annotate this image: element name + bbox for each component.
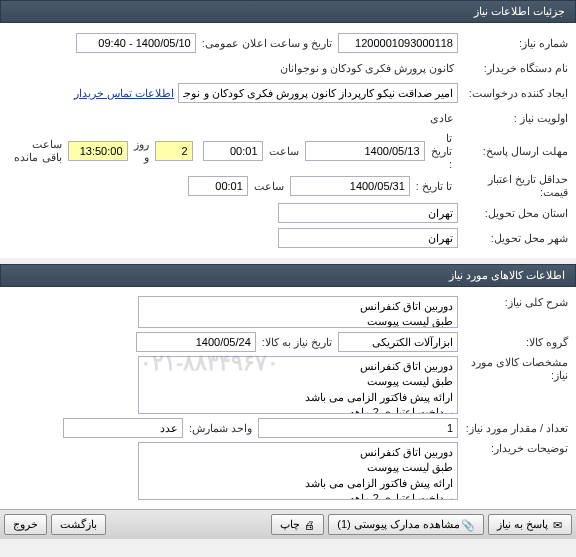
goods-group-field xyxy=(338,332,458,352)
province-field xyxy=(278,203,458,223)
buyer-org-value: کانون پرورش فکری کودکان و نوجوانان xyxy=(276,62,458,75)
label-need-by-date: تاریخ نیاز به کالا: xyxy=(256,336,338,349)
label-qty: تعداد / مقدار مورد نیاز: xyxy=(458,422,568,435)
attachment-icon: 📎 xyxy=(463,519,475,531)
qty-field xyxy=(258,418,458,438)
label-buyer-notes: توضیحات خریدار: xyxy=(458,442,568,455)
label-hour-1: ساعت xyxy=(263,145,305,158)
buyer-notes-field[interactable] xyxy=(138,442,458,500)
label-goods-spec: مشخصات کالای مورد نیاز: xyxy=(458,356,568,382)
city-field xyxy=(278,228,458,248)
need-by-date-field xyxy=(136,332,256,352)
label-buyer-org: نام دستگاه خریدار: xyxy=(458,62,568,75)
print-icon: 🖨 xyxy=(303,519,315,531)
days-remain-field xyxy=(155,141,193,161)
label-day-and: روز و xyxy=(128,138,155,164)
print-button[interactable]: 🖨 چاپ xyxy=(271,514,324,535)
exit-button[interactable]: خروج xyxy=(4,514,47,535)
label-request-creator: ایجاد کننده درخواست: xyxy=(458,87,568,100)
label-announce-dt: تاریخ و ساعت اعلان عمومی: xyxy=(196,37,338,50)
reply-date-field xyxy=(305,141,425,161)
label-price-valid: حداقل تاریخ اعتبار قیمت: xyxy=(458,173,568,199)
label-province: استان محل تحویل: xyxy=(458,207,568,220)
goods-spec-field[interactable] xyxy=(138,356,458,414)
attachments-button-label: مشاهده مدارک پیوستی (1) xyxy=(337,518,460,531)
print-button-label: چاپ xyxy=(280,518,300,531)
unit-field xyxy=(63,418,183,438)
back-button[interactable]: بازگشت xyxy=(51,514,106,535)
panel-header-goods: اطلاعات کالاهای مورد نیاز xyxy=(0,264,576,287)
back-button-label: بازگشت xyxy=(60,518,97,531)
announce-dt-field xyxy=(76,33,196,53)
reply-hour-field xyxy=(203,141,263,161)
label-priority: اولویت نیاز : xyxy=(458,112,568,125)
label-to-date-2: تا تاریخ : xyxy=(410,180,458,193)
footer-toolbar: ✉ پاسخ به نیاز 📎 مشاهده مدارک پیوستی (1)… xyxy=(0,509,576,539)
form-goods-details: شرح کلی نیاز: گروه کالا: تاریخ نیاز به ک… xyxy=(0,287,576,509)
exit-button-label: خروج xyxy=(13,518,38,531)
price-hour-field xyxy=(188,176,248,196)
attachments-button[interactable]: 📎 مشاهده مدارک پیوستی (1) xyxy=(328,514,484,535)
panel-header-need: جزئیات اطلاعات نیاز xyxy=(0,0,576,23)
need-no-field xyxy=(338,33,458,53)
request-creator-field xyxy=(178,83,458,103)
contact-buyer-link[interactable]: اطلاعات تماس خریدار xyxy=(70,87,178,100)
label-city: شهر محل تحویل: xyxy=(458,232,568,245)
label-hours-remain: ساعت باقی مانده xyxy=(8,138,68,164)
label-to-date-1: تا تاریخ : xyxy=(425,132,458,170)
form-need-details: شماره نیاز: تاریخ و ساعت اعلان عمومی: نا… xyxy=(0,23,576,258)
label-need-summary: شرح کلی نیاز: xyxy=(458,296,568,309)
reply-button[interactable]: ✉ پاسخ به نیاز xyxy=(488,514,572,535)
hours-remain-field xyxy=(68,141,128,161)
label-hour-2: ساعت xyxy=(248,180,290,193)
label-goods-group: گروه کالا: xyxy=(458,336,568,349)
reply-icon: ✉ xyxy=(551,519,563,531)
priority-value: عادی xyxy=(426,112,458,125)
label-unit: واحد شمارش: xyxy=(183,422,258,435)
need-summary-field[interactable] xyxy=(138,296,458,328)
price-date-field xyxy=(290,176,410,196)
label-need-no: شماره نیاز: xyxy=(458,37,568,50)
reply-button-label: پاسخ به نیاز xyxy=(497,518,548,531)
label-reply-deadline: مهلت ارسال پاسخ: xyxy=(458,145,568,158)
